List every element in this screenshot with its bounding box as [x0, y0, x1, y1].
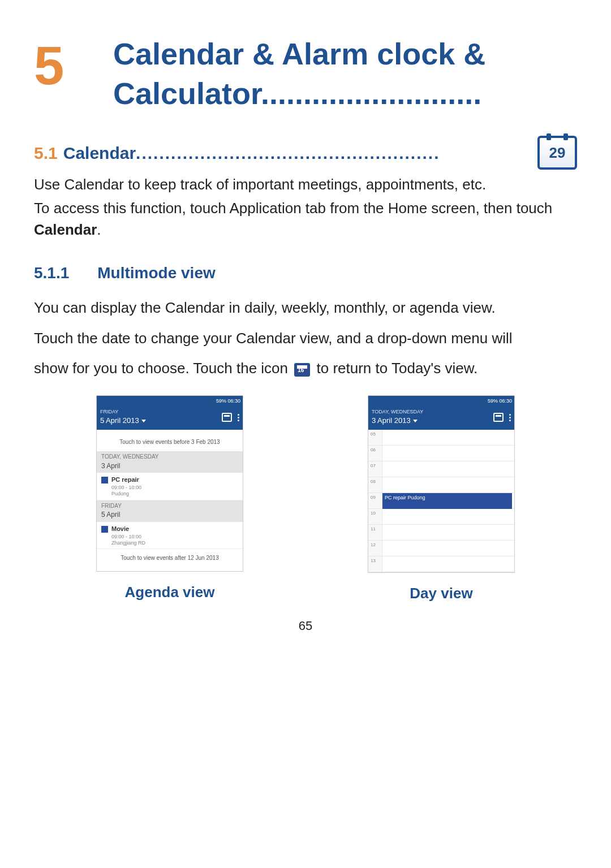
event-color-icon — [101, 477, 108, 483]
app-bar-icons — [222, 413, 239, 422]
hour-row: 13 — [368, 556, 514, 572]
hour-label: 10 — [368, 509, 382, 524]
app-bar-date[interactable]: 5 April 2013 — [100, 416, 146, 426]
section-number: 5.1 — [34, 141, 58, 166]
hour-row: 09 PC repair Pudong — [368, 493, 514, 509]
subsection-number: 5.1.1 — [34, 262, 69, 285]
hour-label: 09 — [368, 493, 382, 508]
overflow-menu-icon[interactable] — [509, 414, 511, 421]
agenda-group-1-main: 3 April — [101, 461, 238, 471]
jump-today-icon[interactable] — [222, 413, 232, 422]
app-bar-date-text: 5 April 2013 — [100, 416, 139, 426]
hour-label: 08 — [368, 477, 382, 493]
overflow-menu-icon[interactable] — [238, 414, 239, 421]
hour-label: 06 — [368, 446, 382, 461]
section-title: Calendar — [63, 141, 136, 166]
agenda-group-2-main: 5 April — [101, 510, 238, 520]
event-2-time: 09:00 - 10:00 — [111, 534, 145, 540]
agenda-screenshot: 59% 06:30 FRIDAY 5 April 2013 Touch to v… — [96, 395, 243, 572]
hour-label: 07 — [368, 461, 382, 477]
app-bar-left: FRIDAY 5 April 2013 — [100, 408, 146, 426]
hour-row: 12 — [368, 541, 514, 556]
agenda-event-1[interactable]: PC repair 09:00 - 10:00 Pudong — [97, 473, 243, 500]
hour-cell[interactable] — [382, 509, 514, 524]
agenda-column: 59% 06:30 FRIDAY 5 April 2013 Touch to v… — [50, 395, 289, 604]
today-icon — [294, 363, 310, 377]
agenda-caption: Agenda view — [125, 582, 215, 603]
hour-row: 06 — [368, 446, 514, 461]
hour-cell[interactable] — [382, 461, 514, 477]
subsection-title: Multimode view — [97, 262, 215, 285]
calendar-app-icon: 29 — [537, 136, 577, 170]
jump-today-icon[interactable] — [493, 413, 504, 422]
hour-cell[interactable] — [382, 477, 514, 493]
day-caption: Day view — [410, 583, 472, 604]
app-bar-weekday: TODAY, WEDNESDAY — [372, 408, 423, 416]
hour-cell[interactable] — [382, 541, 514, 556]
hour-cell[interactable]: PC repair Pudong — [382, 493, 514, 508]
chevron-down-icon — [141, 420, 146, 422]
day-column: 59% 06:30 TODAY, WEDNESDAY 3 April 2013 … — [322, 395, 561, 604]
hour-cell[interactable] — [382, 446, 514, 461]
section-5-1-row: 5.1 Calendar ...........................… — [34, 136, 577, 170]
chevron-down-icon — [413, 420, 418, 422]
hour-label: 12 — [368, 541, 382, 556]
para2-a: To access this function, touch Applicati… — [34, 200, 552, 217]
event-color-icon — [101, 526, 108, 533]
event-2-title: Movie — [111, 525, 145, 534]
hour-cell[interactable] — [382, 556, 514, 572]
hour-row: 11 — [368, 525, 514, 541]
agenda-group-1-sub: TODAY, WEDNESDAY — [101, 454, 159, 460]
hour-label: 13 — [368, 556, 382, 572]
chapter-title: Calendar & Alarm clock & Calculator.....… — [113, 34, 577, 113]
page-number: 65 — [34, 617, 577, 635]
event-1-title: PC repair — [111, 476, 141, 485]
hour-row: 08 — [368, 477, 514, 493]
para2-strong: Calendar — [34, 221, 97, 238]
hour-cell[interactable] — [382, 525, 514, 540]
section-dots: ........................................… — [136, 141, 440, 166]
app-bar-weekday: FRIDAY — [100, 408, 146, 416]
subsection-5-1-1-heading: 5.1.1 Multimode view — [34, 262, 577, 285]
hour-label: 05 — [368, 430, 382, 445]
agenda-group-2-sub: FRIDAY — [101, 503, 122, 509]
app-bar-left: TODAY, WEDNESDAY 3 April 2013 — [372, 408, 423, 426]
calendar-app-bar: FRIDAY 5 April 2013 — [97, 406, 243, 430]
status-text: 59% 06:30 — [216, 398, 240, 405]
para3-a: show for you to choose. Touch the icon — [34, 360, 292, 377]
hour-row: 05 — [368, 430, 514, 446]
agenda-body: Touch to view events before 3 Feb 2013 T… — [97, 430, 243, 571]
status-text: 59% 06:30 — [488, 398, 512, 405]
para3-b: to return to Today's view. — [316, 360, 477, 377]
app-bar-date[interactable]: 3 April 2013 — [372, 416, 423, 426]
app-bar-icons — [493, 413, 511, 422]
hour-cell[interactable] — [382, 430, 514, 445]
status-bar: 59% 06:30 — [97, 396, 243, 406]
event-1-loc: Pudong — [111, 491, 141, 497]
calendar-app-bar: TODAY, WEDNESDAY 3 April 2013 — [368, 406, 514, 430]
hour-row: 07 — [368, 461, 514, 477]
day-screenshot: 59% 06:30 TODAY, WEDNESDAY 3 April 2013 … — [368, 395, 515, 573]
agenda-event-2[interactable]: Movie 09:00 - 10:00 Zhangjiang RD — [97, 522, 243, 550]
section-5-1-para2: To access this function, touch Applicati… — [34, 198, 577, 240]
hour-label: 11 — [368, 525, 382, 540]
para2-b: . — [97, 221, 101, 238]
chapter-header: 5 Calendar & Alarm clock & Calculator...… — [34, 34, 577, 113]
screenshots-row: 59% 06:30 FRIDAY 5 April 2013 Touch to v… — [34, 395, 577, 604]
event-2-loc: Zhangjiang RD — [111, 540, 145, 546]
status-bar: 59% 06:30 — [368, 396, 514, 406]
agenda-group-2-header: FRIDAY 5 April — [97, 500, 243, 522]
agenda-hint-after[interactable]: Touch to view events after 12 Jun 2013 — [97, 549, 243, 568]
agenda-group-1-header: TODAY, WEDNESDAY 3 April — [97, 451, 243, 473]
section-5-1-para1: Use Calendar to keep track of important … — [34, 174, 577, 196]
subsection-para1: You can display the Calendar in daily, w… — [34, 297, 577, 319]
subsection-para2: Touch the date to change your Calendar v… — [34, 328, 577, 349]
agenda-hint-before[interactable]: Touch to view events before 3 Feb 2013 — [97, 433, 243, 452]
hour-row: 10 — [368, 509, 514, 525]
section-5-1-heading: 5.1 Calendar ...........................… — [34, 141, 440, 166]
chapter-number: 5 — [34, 34, 113, 93]
day-body: 05 06 07 08 09 PC repair Pudong 10 11 12… — [368, 430, 514, 572]
calendar-icon-day: 29 — [549, 142, 566, 164]
subsection-para3: show for you to choose. Touch the icon t… — [34, 358, 577, 379]
app-bar-date-text: 3 April 2013 — [372, 416, 411, 426]
